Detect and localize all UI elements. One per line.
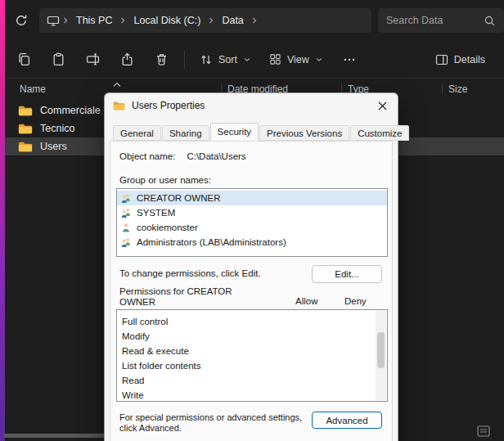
folder-name: Commerciale xyxy=(40,105,101,116)
search-input[interactable]: Search Data xyxy=(378,8,504,33)
allow-column-label: Allow xyxy=(295,296,317,306)
close-icon xyxy=(378,101,387,110)
search-icon xyxy=(484,15,496,27)
refresh-icon xyxy=(15,14,28,27)
folder-icon xyxy=(113,101,125,111)
breadcrumb-item-data[interactable]: Data xyxy=(216,12,249,29)
folder-icon xyxy=(18,141,33,153)
group-icon xyxy=(120,192,132,204)
permission-row-list-folder-contents: List folder contents xyxy=(117,358,387,373)
permission-row-read-execute: Read & execute xyxy=(117,344,387,358)
rename-button[interactable] xyxy=(75,46,110,74)
group-or-user-names-label: Group or user names: xyxy=(119,175,211,185)
chevron-down-icon xyxy=(243,56,251,64)
sort-ascending-icon xyxy=(112,79,122,90)
folder-icon xyxy=(18,123,33,135)
toolbar-divider xyxy=(184,51,185,69)
delete-button[interactable] xyxy=(144,46,178,74)
principal-row-system[interactable]: SYSTEM xyxy=(117,205,387,220)
permission-row-read: Read xyxy=(117,373,387,388)
advanced-settings-hint: For special permissions or advanced sett… xyxy=(119,412,309,433)
permission-name: Read & execute xyxy=(122,346,189,356)
dialog-tab-strip: General Sharing Security Previous Versio… xyxy=(113,125,410,141)
address-bar[interactable]: This PC Local Disk (C:) Data xyxy=(39,8,371,33)
principal-row-administrators[interactable]: Administrators (LAB\Administrators) xyxy=(117,235,387,250)
this-pc-icon[interactable] xyxy=(46,14,61,27)
tab-previous-versions[interactable]: Previous Versions xyxy=(259,125,349,141)
ellipsis-icon xyxy=(343,53,356,66)
sort-dropdown[interactable]: Sort xyxy=(191,46,260,74)
close-button[interactable] xyxy=(369,95,395,117)
chevron-right-icon xyxy=(250,16,259,25)
rename-icon xyxy=(86,52,100,66)
paste-icon xyxy=(52,52,65,66)
copy-icon xyxy=(17,52,31,66)
principal-row-cookiemonster[interactable]: cookiemonster xyxy=(117,220,387,235)
permissions-scrollbar-thumb[interactable] xyxy=(377,332,385,368)
view-dropdown[interactable]: View xyxy=(260,46,332,74)
tab-general[interactable]: General xyxy=(113,125,161,141)
column-header-name[interactable]: Name xyxy=(20,83,46,95)
permission-row-modify: Modify xyxy=(117,329,387,344)
deny-column-label: Deny xyxy=(344,296,367,306)
details-label: Details xyxy=(454,54,485,65)
details-toggle-button[interactable]: Details xyxy=(426,46,494,74)
folder-name: Tecnico xyxy=(40,123,74,134)
chevron-down-icon xyxy=(315,56,323,64)
breadcrumb-item-this-pc[interactable]: This PC xyxy=(70,12,118,29)
permission-row-write: Write xyxy=(117,388,387,402)
dialog-title-bar: Users Properties xyxy=(105,93,398,118)
principal-name: Administrators (LAB\Administrators) xyxy=(137,237,286,247)
tab-sharing[interactable]: Sharing xyxy=(162,125,209,141)
paste-button[interactable] xyxy=(41,46,75,74)
column-header-size[interactable]: Size xyxy=(448,83,467,95)
user-icon xyxy=(120,222,132,233)
users-properties-dialog: Users Properties General Sharing Securit… xyxy=(104,92,398,441)
tab-customize[interactable]: Customize xyxy=(350,125,409,141)
refresh-button[interactable] xyxy=(9,9,34,32)
view-grid-icon xyxy=(269,53,281,65)
advanced-button[interactable]: Advanced xyxy=(312,412,382,429)
folder-name: Users xyxy=(40,141,67,152)
object-name-label: Object name: xyxy=(119,151,175,161)
command-toolbar: Sort View xyxy=(5,41,504,79)
group-icon xyxy=(120,207,132,218)
chevron-right-icon xyxy=(206,16,216,25)
principal-name: cookiemonster xyxy=(137,223,198,232)
copy-button[interactable] xyxy=(7,46,41,74)
sort-label: Sort xyxy=(218,54,237,65)
object-name-row: Object name: C:\Data\Users xyxy=(119,151,246,161)
tab-security[interactable]: Security xyxy=(210,123,259,141)
edit-button[interactable]: Edit... xyxy=(312,265,382,283)
permission-name: Modify xyxy=(122,331,150,341)
object-name-value: C:\Data\Users xyxy=(187,151,245,161)
desktop-screen: This PC Local Disk (C:) Data Search Data xyxy=(0,0,504,441)
explorer-top-bar: This PC Local Disk (C:) Data Search Data xyxy=(5,0,504,41)
view-options-icon[interactable] xyxy=(475,424,493,439)
view-label: View xyxy=(287,54,309,65)
permission-name: List folder contents xyxy=(122,361,201,371)
edit-permissions-hint: To change permissions, click Edit. xyxy=(119,268,261,278)
breadcrumb-item-local-disk-c[interactable]: Local Disk (C:) xyxy=(128,12,206,29)
permission-name: Read xyxy=(122,376,145,385)
column-divider[interactable] xyxy=(442,83,443,95)
permissions-scrollbar-track xyxy=(376,311,386,400)
permission-name: Write xyxy=(122,390,144,400)
chevron-right-icon xyxy=(61,16,70,25)
dialog-title: Users Properties xyxy=(132,100,205,111)
permissions-list: Full control Modify Read & execute List … xyxy=(116,309,388,402)
chevron-right-icon xyxy=(118,16,128,25)
principal-name: SYSTEM xyxy=(137,208,175,218)
trash-icon xyxy=(155,52,169,66)
principal-name: CREATOR OWNER xyxy=(137,193,220,203)
permission-row-full-control: Full control xyxy=(117,314,387,329)
more-options-button[interactable] xyxy=(332,46,367,74)
permissions-for-label: Permissions for CREATOR OWNER xyxy=(119,286,259,308)
group-user-names-list: CREATOR OWNER SYSTEM cookiemonster xyxy=(116,188,388,257)
permission-name: Full control xyxy=(122,317,168,326)
share-button[interactable] xyxy=(110,46,144,74)
group-icon xyxy=(120,236,132,248)
search-placeholder-text: Search Data xyxy=(386,15,443,26)
principal-row-creator-owner[interactable]: CREATOR OWNER xyxy=(117,191,387,205)
details-pane-icon xyxy=(435,53,448,66)
